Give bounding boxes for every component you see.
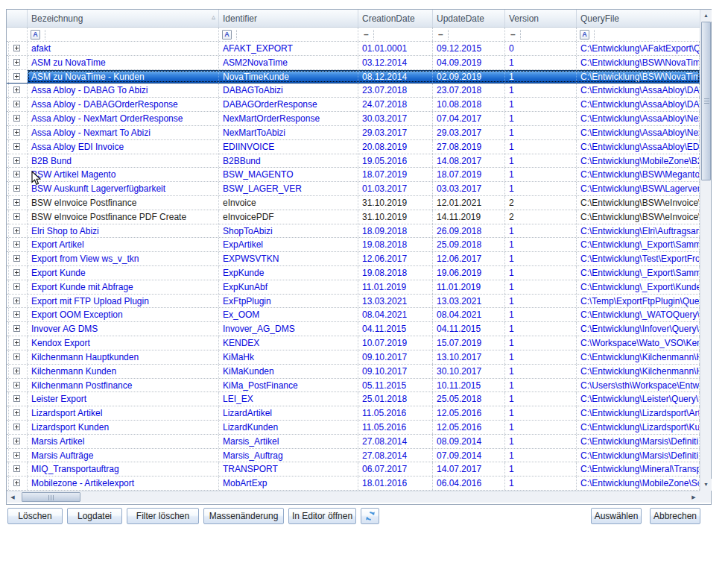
logfile-button[interactable]: Logdatei — [67, 508, 122, 524]
table-row[interactable]: BSW Artikel MagentoBSW_MAGENTO18.07.2019… — [7, 168, 700, 182]
table-row[interactable]: Mobilezone - ArtikelexportMobArtExp18.01… — [7, 476, 700, 491]
expand-plus-icon[interactable] — [13, 382, 20, 389]
table-row[interactable]: B2B BundB2BBund19.05.201614.08.20171C:\E… — [7, 154, 700, 169]
expand-plus-icon[interactable] — [13, 227, 20, 234]
expand-plus-icon[interactable] — [13, 311, 20, 318]
text-filter-icon[interactable]: A — [222, 30, 232, 40]
mass-change-button[interactable]: Massenänderung — [203, 508, 284, 524]
filter-cell-queryfile[interactable]: A — [577, 28, 700, 41]
cancel-button[interactable]: Abbrechen — [650, 508, 700, 524]
scroll-down-button[interactable]: ▼ — [700, 479, 712, 491]
refresh-button[interactable] — [361, 508, 379, 524]
expand-plus-icon[interactable] — [13, 283, 20, 290]
open-in-editor-button[interactable]: In Editor öffnen — [288, 508, 356, 524]
table-row[interactable]: Export KundeExpKunde19.08.201819.06.2019… — [7, 266, 700, 280]
column-header-identifier[interactable]: Identifier — [219, 10, 358, 27]
table-row[interactable]: Kilchenmann HauptkundenKiMaHk09.10.20171… — [7, 350, 700, 365]
table-row[interactable]: Export ArtikelExpArtikel19.08.201825.09.… — [7, 238, 700, 252]
table-row[interactable]: Kendox ExportKENDEX10.07.201915.07.20191… — [7, 336, 700, 350]
vertical-scrollbar-thumb[interactable] — [701, 22, 711, 180]
expand-plus-icon[interactable] — [13, 129, 20, 136]
expand-plus-icon[interactable] — [13, 101, 20, 107]
table-row[interactable]: Assa Abloy - NexMart OrderResponseNexMar… — [7, 112, 700, 126]
column-header-creationdate[interactable]: CreationDate — [358, 10, 433, 27]
table-row[interactable]: Export Kunde mit AbfrageExpKunAbf11.01.2… — [7, 280, 700, 295]
expand-plus-icon[interactable] — [13, 269, 20, 276]
horizontal-scrollbar-thumb[interactable] — [22, 492, 80, 502]
text-filter-icon[interactable]: A — [31, 30, 40, 40]
table-row[interactable]: Export from View ws_v_tknEXPWSVTKN12.06.… — [7, 252, 700, 266]
expand-plus-icon[interactable] — [13, 185, 20, 192]
filter-cell-bezeichnung[interactable]: A — [28, 28, 219, 41]
dash-filter-icon[interactable]: – — [436, 30, 443, 40]
expand-plus-icon[interactable] — [13, 339, 20, 346]
table-row[interactable]: Export mit FTP Upload PluginExFtpPlugin1… — [7, 295, 700, 309]
table-row[interactable]: Invover AG DMSInvover_AG_DMS04.11.201504… — [7, 322, 700, 336]
expand-plus-icon[interactable] — [13, 171, 20, 177]
table-row[interactable]: ASM zu NovaTime - KundenNovaTimeKunde08.… — [7, 70, 700, 84]
expand-plus-icon[interactable] — [13, 59, 20, 66]
table-row[interactable]: Marsis ArtikelMarsis_Artikel27.08.201408… — [7, 435, 700, 449]
text-filter-icon[interactable]: A — [580, 30, 589, 40]
table-row[interactable]: Assa Abloy EDI InvoiceEDIINVOICE20.08.20… — [7, 140, 700, 154]
horizontal-scrollbar[interactable]: ◀ ▶ — [7, 491, 700, 503]
expand-plus-icon[interactable] — [13, 73, 20, 80]
table-row[interactable]: Assa Abloy - DABAGOrderResponseDABAGOrde… — [7, 98, 700, 112]
table-row[interactable]: Kilchenmann PostfinanceKiMa_PostFinance0… — [7, 379, 700, 393]
scroll-up-button[interactable]: ▲ — [700, 10, 712, 22]
filter-cell-updatedate[interactable]: – — [433, 28, 505, 41]
expand-plus-icon[interactable] — [13, 325, 20, 332]
expand-plus-icon[interactable] — [13, 479, 20, 486]
table-row[interactable]: Marsis AufträgeMarsis_Auftrag27.08.20140… — [7, 449, 700, 463]
clear-filter-button[interactable]: Filter löschen — [127, 508, 199, 524]
filter-cell-creationdate[interactable]: – — [358, 28, 433, 41]
table-row[interactable]: Kilchenmann KundenKiMaKunden09.10.201730… — [7, 365, 700, 379]
scroll-left-button[interactable]: ◀ — [7, 491, 19, 503]
expand-plus-icon[interactable] — [13, 157, 20, 164]
expand-plus-icon[interactable] — [13, 255, 20, 262]
vertical-scrollbar[interactable]: ▲ ▼ — [700, 10, 711, 491]
expand-plus-icon[interactable] — [13, 452, 20, 459]
expand-plus-icon[interactable] — [13, 409, 20, 416]
table-row[interactable]: MIQ_TransportauftragTRANSPORT06.07.20171… — [7, 462, 700, 476]
table-row[interactable]: Leister ExportLEI_EX25.01.201825.05.2018… — [7, 392, 700, 406]
table-row[interactable]: Elri Shop to AbiziShopToAbizi18.09.20182… — [7, 224, 700, 239]
filter-cell-version[interactable]: – — [505, 28, 577, 41]
expand-plus-icon[interactable] — [13, 298, 20, 304]
expand-plus-icon[interactable] — [13, 395, 20, 402]
expand-plus-icon[interactable] — [13, 465, 20, 472]
delete-button[interactable]: Löschen — [7, 508, 63, 524]
column-header-queryfile[interactable]: QueryFile — [577, 10, 700, 27]
expand-plus-icon[interactable] — [13, 199, 20, 206]
expand-plus-icon[interactable] — [13, 213, 20, 220]
column-header-updatedate[interactable]: UpdateDate — [433, 10, 505, 27]
table-row[interactable]: ASM zu NovaTimeASM2NovaTime03.12.201404.… — [7, 56, 700, 70]
table-row[interactable]: Export OOM ExceptionEx_OOM08.04.202108.0… — [7, 308, 700, 322]
expand-plus-icon[interactable] — [13, 87, 20, 93]
table-row[interactable]: Lizardsport ArtikelLizardArtikel11.05.20… — [7, 406, 700, 421]
table-row[interactable]: Lizardsport KundenLizardKunden11.05.2016… — [7, 421, 700, 435]
column-header-bezeichnung[interactable]: Bezeichnung ▵ — [28, 10, 219, 27]
table-row[interactable]: BSW eInvoice Postfinance PDF CreateeInvo… — [7, 210, 700, 224]
scroll-right-button[interactable]: ▶ — [688, 491, 700, 503]
expand-plus-icon[interactable] — [13, 424, 20, 430]
expand-plus-icon[interactable] — [13, 368, 20, 374]
dash-filter-icon[interactable]: – — [508, 30, 516, 40]
table-row[interactable]: afaktAFAKT_EXPORT01.01.000109.12.20150C:… — [7, 42, 700, 56]
table-row[interactable]: BSW eInvoice PostfinanceeInvoice31.10.20… — [7, 196, 700, 210]
expand-plus-icon[interactable] — [13, 115, 20, 122]
table-row[interactable]: Assa Abloy - Nexmart To AbiziNexMartToAb… — [7, 126, 700, 140]
expand-plus-icon[interactable] — [13, 241, 20, 248]
expand-plus-icon[interactable] — [13, 353, 20, 360]
cell-updatedate: 07.09.2014 — [433, 449, 505, 462]
table-row[interactable]: Assa Abloy - DABAG To AbiziDABAGToAbizi2… — [7, 84, 700, 98]
select-button[interactable]: Auswählen — [591, 508, 642, 524]
expand-plus-icon[interactable] — [13, 438, 20, 444]
table-row[interactable]: BSW Auskunft LagerverfügbarkeitBSW_LAGER… — [7, 182, 700, 196]
column-header-version[interactable]: Version — [505, 10, 577, 27]
cell-queryfile: C:\Entwicklung\AssaAbloy\Nex — [577, 112, 700, 125]
expand-plus-icon[interactable] — [13, 45, 20, 51]
dash-filter-icon[interactable]: – — [361, 30, 369, 40]
expand-plus-icon[interactable] — [13, 143, 20, 150]
filter-cell-identifier[interactable]: A — [219, 28, 358, 41]
